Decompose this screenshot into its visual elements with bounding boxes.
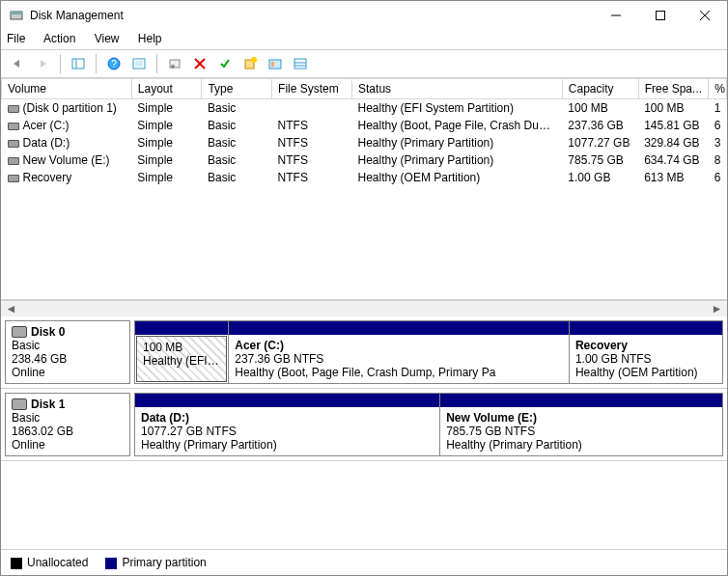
table-row[interactable]: Data (D:)SimpleBasicNTFSHealthy (Primary… (2, 134, 727, 151)
list-button[interactable] (290, 53, 311, 74)
disk-header[interactable]: Disk 1Basic1863.02 GBOnline (5, 393, 130, 456)
col-status[interactable]: Status (352, 79, 563, 99)
table-row[interactable]: New Volume (E:)SimpleBasicNTFSHealthy (P… (2, 151, 727, 169)
window-title: Disk Management (30, 9, 594, 22)
disk-management-window: Disk Management File Action View Help ? (0, 0, 728, 576)
svg-text:?: ? (111, 59, 117, 69)
toolbar: ? (1, 49, 727, 78)
volume-icon (8, 123, 19, 130)
volume-icon (8, 140, 19, 148)
help-button[interactable]: ? (103, 53, 125, 74)
svg-point-17 (251, 57, 257, 63)
scroll-left-icon[interactable]: ◄ (3, 301, 19, 315)
svg-rect-11 (135, 61, 143, 67)
svg-point-13 (171, 65, 175, 69)
svg-rect-18 (269, 60, 281, 69)
minimize-button[interactable] (594, 1, 638, 30)
menubar: File Action View Help (1, 30, 727, 49)
partition[interactable]: 100 MBHealthy (EFI System Partition) (135, 321, 229, 383)
legend-unallocated: Unallocated (11, 556, 88, 569)
menu-file[interactable]: File (7, 32, 25, 45)
col-capacity[interactable]: Capacity (562, 79, 638, 99)
volume-icon (8, 175, 19, 182)
column-headers[interactable]: Volume Layout Type File System Status Ca… (2, 79, 727, 99)
disk-icon (12, 326, 27, 338)
disk-partitions: 100 MBHealthy (EFI System Partition)Acer… (134, 320, 723, 384)
legend: Unallocated Primary partition (1, 549, 727, 575)
partition[interactable]: New Volume (E:)785.75 GB NTFSHealthy (Pr… (440, 394, 722, 455)
app-icon (9, 8, 24, 23)
svg-rect-1 (11, 12, 22, 14)
disk-graphical-view: Disk 0Basic238.46 GBOnline100 MBHealthy … (1, 316, 727, 549)
col-volume[interactable]: Volume (2, 79, 132, 99)
col-type[interactable]: Type (202, 79, 272, 99)
svg-rect-20 (294, 59, 306, 69)
col-layout[interactable]: Layout (131, 79, 202, 99)
unallocated-swatch (11, 558, 22, 569)
partition[interactable]: Data (D:)1077.27 GB NTFSHealthy (Primary… (135, 394, 440, 455)
legend-primary: Primary partition (105, 556, 206, 569)
delete-button[interactable] (189, 53, 210, 74)
svg-rect-3 (657, 12, 665, 20)
close-button[interactable] (683, 1, 727, 30)
forward-button[interactable] (32, 53, 53, 74)
h-scrollbar[interactable]: ◄ ► (1, 300, 727, 316)
col-freespace[interactable]: Free Spa... (638, 79, 709, 99)
col-filesystem[interactable]: File System (272, 79, 352, 99)
refresh-button[interactable] (128, 53, 150, 74)
volume-icon (8, 105, 19, 113)
new-item-button[interactable] (239, 53, 261, 74)
disk-row: Disk 1Basic1863.02 GBOnlineData (D:)1077… (1, 389, 727, 461)
properties-button[interactable] (164, 53, 185, 74)
partition[interactable]: Acer (C:)237.36 GB NTFSHealthy (Boot, Pa… (229, 321, 570, 383)
col-pct[interactable]: % (709, 79, 727, 99)
menu-action[interactable]: Action (43, 32, 75, 45)
maximize-button[interactable] (638, 1, 683, 30)
check-button[interactable] (214, 53, 236, 74)
show-hide-tree-button[interactable] (68, 53, 89, 74)
scroll-right-icon[interactable]: ► (709, 301, 725, 315)
settings-button[interactable] (265, 53, 286, 74)
table-row[interactable]: Acer (C:)SimpleBasicNTFSHealthy (Boot, P… (2, 117, 727, 134)
table-row[interactable]: (Disk 0 partition 1)SimpleBasicHealthy (… (2, 99, 727, 118)
volume-icon (8, 157, 19, 165)
titlebar: Disk Management (1, 1, 727, 30)
disk-header[interactable]: Disk 0Basic238.46 GBOnline (5, 320, 130, 384)
disk-row: Disk 0Basic238.46 GBOnline100 MBHealthy … (1, 316, 727, 389)
disk-partitions: Data (D:)1077.27 GB NTFSHealthy (Primary… (134, 393, 723, 456)
svg-rect-6 (72, 59, 84, 69)
disk-icon (12, 398, 27, 410)
menu-view[interactable]: View (95, 32, 120, 45)
table-row[interactable]: RecoverySimpleBasicNTFSHealthy (OEM Part… (2, 169, 727, 186)
svg-rect-19 (271, 62, 274, 67)
back-button[interactable] (7, 53, 28, 74)
volume-list[interactable]: Volume Layout Type File System Status Ca… (1, 78, 727, 300)
partition[interactable]: Recovery1.00 GB NTFSHealthy (OEM Partiti… (570, 321, 722, 383)
menu-help[interactable]: Help (138, 32, 162, 45)
primary-swatch (105, 558, 117, 569)
